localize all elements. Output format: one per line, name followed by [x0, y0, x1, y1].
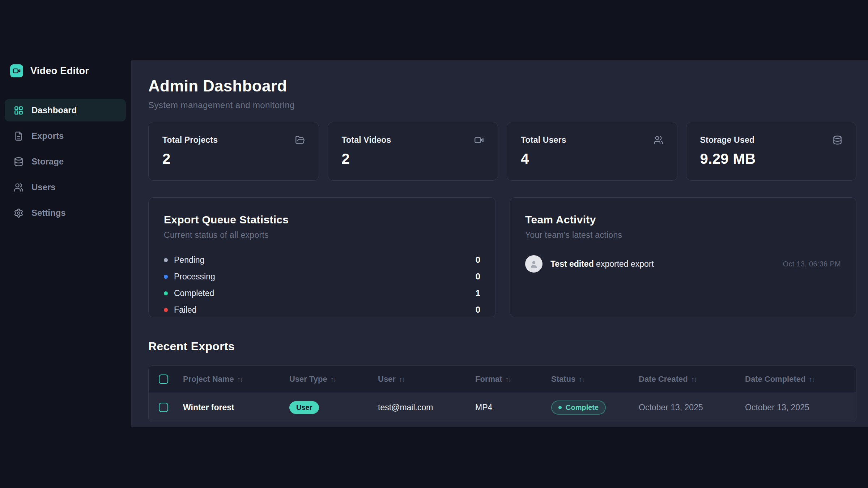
- person-icon: [528, 258, 539, 269]
- column-label: User: [378, 374, 396, 384]
- queue-rows: Pending 0 Processing 0 Completed 1 Faile…: [164, 252, 480, 318]
- column-label: Date Completed: [745, 374, 805, 384]
- completed-status-dot: [164, 291, 168, 295]
- recent-exports-table: Project Name↑↓ User Type↑↓ User↑↓ Format…: [148, 365, 856, 422]
- queue-row-failed: Failed 0: [164, 301, 480, 318]
- stat-card-total-projects: Total Projects 2: [148, 122, 319, 181]
- card-subtitle: Current status of all exports: [164, 230, 480, 240]
- sort-icon: ↑↓: [579, 376, 584, 383]
- column-header-date-created[interactable]: Date Created↑↓: [639, 374, 745, 384]
- app-logo: Video Editor: [10, 64, 131, 77]
- column-label: Date Created: [639, 374, 688, 384]
- page-subtitle: System management and monitoring: [148, 100, 856, 110]
- sort-icon: ↑↓: [506, 376, 511, 383]
- video-camera-icon: [474, 135, 484, 145]
- row-checkbox-cell: [149, 403, 183, 412]
- stat-value: 9.29 MB: [700, 151, 843, 167]
- cell-format: MP4: [475, 403, 551, 412]
- database-icon: [14, 157, 24, 167]
- sidebar-item-storage[interactable]: Storage: [5, 150, 126, 173]
- stat-label: Total Videos: [342, 135, 391, 145]
- queue-row-processing: Processing 0: [164, 268, 480, 285]
- column-label: Project Name: [183, 374, 234, 384]
- card-subtitle: Your team's latest actions: [525, 230, 841, 240]
- status-label: Complete: [566, 403, 599, 412]
- table-header-row: Project Name↑↓ User Type↑↓ User↑↓ Format…: [149, 366, 856, 393]
- cell-date-created: October 13, 2025: [639, 403, 745, 412]
- column-header-date-completed[interactable]: Date Completed↑↓: [745, 374, 856, 384]
- sort-icon: ↑↓: [237, 376, 243, 383]
- users-icon: [14, 183, 24, 192]
- column-header-format[interactable]: Format↑↓: [475, 374, 551, 384]
- column-header-user-type[interactable]: User Type↑↓: [289, 374, 378, 384]
- app-name: Video Editor: [30, 65, 89, 77]
- sidebar-item-settings[interactable]: Settings: [5, 202, 126, 224]
- cell-user-type: User: [289, 401, 378, 414]
- status-dot: [558, 406, 562, 409]
- activity-text: Test edited exported export: [550, 259, 654, 269]
- stat-label: Total Projects: [162, 135, 218, 145]
- queue-label: Failed: [174, 305, 197, 315]
- activity-actor: Test edited: [550, 259, 594, 269]
- column-header-project-name[interactable]: Project Name↑↓: [183, 374, 289, 384]
- queue-label: Completed: [174, 288, 214, 298]
- users-icon: [654, 135, 663, 145]
- cell-status: Complete: [551, 401, 639, 415]
- queue-value: 0: [476, 255, 480, 265]
- failed-status-dot: [164, 308, 168, 312]
- queue-label: Processing: [174, 272, 215, 282]
- sort-icon: ↑↓: [399, 376, 404, 383]
- activity-action: exported export: [594, 259, 654, 269]
- queue-value: 0: [476, 271, 480, 282]
- column-header-status[interactable]: Status↑↓: [551, 374, 639, 384]
- sidebar-item-label: Users: [31, 182, 56, 192]
- select-all-checkbox[interactable]: [159, 374, 168, 384]
- activity-timestamp: Oct 13, 06:36 PM: [783, 260, 841, 268]
- sidebar-item-exports[interactable]: Exports: [5, 125, 126, 147]
- column-header-user[interactable]: User↑↓: [378, 374, 475, 384]
- sidebar-item-label: Storage: [31, 157, 64, 167]
- sort-icon: ↑↓: [691, 376, 697, 383]
- sidebar-item-label: Settings: [31, 208, 66, 218]
- sort-icon: ↑↓: [331, 376, 336, 383]
- stat-label: Storage Used: [700, 135, 755, 145]
- sidebar-nav: Dashboard Exports Storage: [0, 99, 131, 224]
- card-title: Team Activity: [525, 214, 841, 226]
- sidebar: Video Editor Dashboard Exports: [0, 0, 131, 488]
- database-icon: [833, 135, 842, 145]
- cell-date-completed: October 13, 2025: [745, 403, 856, 412]
- export-queue-statistics-card: Export Queue Statistics Current status o…: [148, 197, 496, 317]
- sidebar-item-label: Dashboard: [31, 105, 77, 115]
- sidebar-item-label: Exports: [31, 131, 64, 141]
- queue-value: 1: [476, 288, 480, 298]
- sort-icon: ↑↓: [809, 376, 814, 383]
- column-label: Format: [475, 374, 502, 384]
- user-type-badge: User: [289, 401, 319, 414]
- folder-open-icon: [295, 135, 305, 145]
- stat-card-total-users: Total Users 4: [507, 122, 677, 181]
- stat-cards-row: Total Projects 2 Total Videos 2: [148, 122, 856, 181]
- column-label: User Type: [289, 374, 327, 384]
- video-camera-icon: [10, 64, 23, 77]
- page-title: Admin Dashboard: [148, 77, 856, 95]
- queue-row-completed: Completed 1: [164, 285, 480, 301]
- queue-row-pending: Pending 0: [164, 252, 480, 268]
- table-row: Winter forest User test@mail.com MP4 Com…: [149, 393, 856, 422]
- column-label: Status: [551, 374, 575, 384]
- gear-icon: [14, 208, 24, 218]
- cell-project-name: Winter forest: [183, 403, 289, 412]
- stat-card-total-videos: Total Videos 2: [328, 122, 498, 181]
- sidebar-item-dashboard[interactable]: Dashboard: [5, 99, 126, 121]
- row-checkbox[interactable]: [159, 403, 168, 412]
- recent-exports-title: Recent Exports: [148, 340, 856, 353]
- stat-value: 2: [162, 151, 305, 167]
- queue-value: 0: [476, 305, 480, 315]
- pending-status-dot: [164, 258, 168, 262]
- stat-value: 2: [342, 151, 484, 167]
- file-text-icon: [14, 131, 24, 141]
- queue-label: Pending: [174, 255, 204, 265]
- main-content: Admin Dashboard System management and mo…: [131, 60, 868, 427]
- stat-card-storage-used: Storage Used 9.29 MB: [686, 122, 857, 181]
- sidebar-item-users[interactable]: Users: [5, 176, 126, 198]
- card-title: Export Queue Statistics: [164, 214, 480, 226]
